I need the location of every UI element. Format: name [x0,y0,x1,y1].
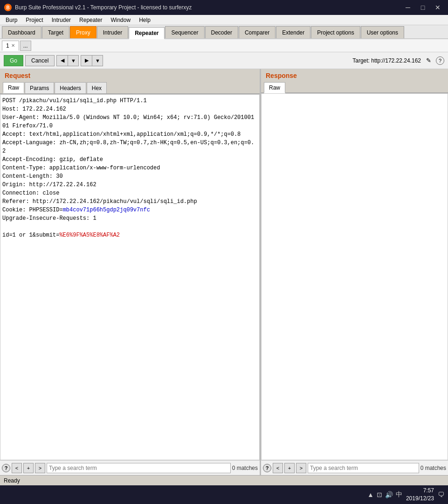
tab-dashboard[interactable]: Dashboard [2,26,41,38]
request-search-next[interactable]: > [35,463,45,473]
request-tab-hex[interactable]: Hex [87,82,107,93]
menu-help[interactable]: Help [135,16,154,24]
main-tab-bar: Dashboard Target Proxy Intruder Repeater… [0,25,448,39]
repeater-tab-1-close[interactable]: ✕ [11,43,15,48]
tab-proxy[interactable]: Proxy [70,26,96,38]
app-icon: B [4,3,12,12]
clock-time: 7:57 [406,487,434,495]
window-controls: ─ □ ✕ [401,3,444,12]
response-content-wrapper [261,93,448,460]
response-search-next[interactable]: > [296,463,306,473]
tray-network-icon: ⊡ [377,491,382,498]
title-bar-left: B Burp Suite Professional v2.1 - Tempora… [4,3,192,12]
response-tab-raw[interactable]: Raw [264,82,285,93]
response-search-help[interactable]: ? [263,464,271,472]
tray-volume-icon: 🔊 [385,491,393,498]
status-bar: Ready [0,475,448,485]
back-nav-group: ◀ ▼ [56,55,79,66]
tab-comparer[interactable]: Comparer [239,26,276,38]
forward-nav-group: ▶ ▼ [81,55,103,66]
go-button[interactable]: Go [4,55,23,66]
tab-intruder[interactable]: Intruder [97,26,128,38]
response-search-add[interactable]: + [284,463,295,473]
minimize-button[interactable]: ─ [401,3,414,12]
menu-burp[interactable]: Burp [2,16,21,24]
request-tabs: Raw Params Headers Hex [0,82,260,94]
response-search-input[interactable] [308,463,419,473]
tab-repeater[interactable]: Repeater [129,27,165,39]
response-header: Response [261,69,448,82]
response-tabs: Raw [261,82,448,93]
request-text-pre: POST /pikachu/vul/sqli/sqli_id.php HTTP/… [2,98,254,213]
submit-value: %E6%9F%A5%E8%AF%A2 [59,232,120,238]
cancel-button[interactable]: Cancel [25,55,55,66]
response-content[interactable] [261,93,448,460]
request-tab-raw[interactable]: Raw [3,82,24,93]
tab-extender[interactable]: Extender [276,26,310,38]
repeater-tab-dots[interactable]: ... [20,41,31,51]
menu-intruder[interactable]: Intruder [48,16,75,24]
status-text: Ready [4,477,20,484]
help-icon[interactable]: ? [436,56,444,65]
request-search-input[interactable] [47,463,231,473]
tray-notifications-icon: 🗨 [438,491,444,498]
cookie-value: mb4cov71p66h5gdp2jq09v7nfc [63,207,150,213]
maximize-button[interactable]: □ [416,3,429,12]
forward-button[interactable]: ▶ [81,55,92,66]
toolbar: Go Cancel ◀ ▼ ▶ ▼ Target: http://172.22.… [0,52,448,69]
request-tab-headers[interactable]: Headers [55,82,86,93]
repeater-tab-bar: 1 ✕ ... [0,39,448,52]
tab-project-options[interactable]: Project options [311,26,360,38]
main-content: Request Raw Params Headers Hex POST /pik… [0,69,448,475]
request-search-bar: ? < + > 0 matches [0,460,260,475]
back-button[interactable]: ◀ [56,55,68,66]
repeater-tab-1-label: 1 [6,42,9,49]
request-search-matches: 0 matches [232,465,258,471]
tab-decoder[interactable]: Decoder [205,26,238,38]
clock: 7:57 2019/12/23 [406,487,434,503]
title-bar: B Burp Suite Professional v2.1 - Tempora… [0,0,448,15]
tab-target[interactable]: Target [42,26,69,38]
request-search-help[interactable]: ? [2,464,10,472]
clock-date: 2019/12/23 [406,495,434,503]
response-search-matches: 0 matches [420,465,446,471]
edit-target-icon[interactable]: ✎ [424,56,433,65]
request-content[interactable]: POST /pikachu/vul/sqli/sqli_id.php HTTP/… [0,94,260,460]
menu-window[interactable]: Window [107,16,134,24]
repeater-tab-1[interactable]: 1 ✕ [2,41,19,51]
target-url: Target: http://172.22.24.162 [352,57,421,64]
response-search-bar: ? < + > 0 matches [261,460,448,475]
response-panel: Response Raw ? < + > 0 matches [261,69,448,475]
tab-sequencer[interactable]: Sequencer [165,26,204,38]
target-label: Target: http://172.22.24.162 ✎ ? [352,56,444,65]
request-content-wrapper: POST /pikachu/vul/sqli/sqli_id.php HTTP/… [0,94,260,460]
system-tray: ▲ ⊡ 🔊 中 [367,490,402,499]
menu-bar: Burp Project Intruder Repeater Window He… [0,15,448,25]
svg-text:B: B [6,5,9,10]
tray-ime-icon: 中 [396,490,402,499]
menu-repeater[interactable]: Repeater [76,16,106,24]
tray-chevron-icon: ▲ [367,491,374,498]
close-button[interactable]: ✕ [431,3,444,12]
title-text: Burp Suite Professional v2.1 - Temporary… [15,4,192,11]
request-search-add[interactable]: + [23,463,34,473]
forward-dropdown[interactable]: ▼ [92,55,103,66]
request-tab-params[interactable]: Params [25,82,54,93]
response-search-prev[interactable]: < [273,463,283,473]
back-dropdown[interactable]: ▼ [68,55,79,66]
request-panel: Request Raw Params Headers Hex POST /pik… [0,69,261,475]
system-bar: ▲ ⊡ 🔊 中 7:57 2019/12/23 🗨 [0,485,448,504]
request-search-prev[interactable]: < [12,463,22,473]
menu-project[interactable]: Project [22,16,47,24]
request-header: Request [0,69,260,82]
tab-user-options[interactable]: User options [361,26,404,38]
